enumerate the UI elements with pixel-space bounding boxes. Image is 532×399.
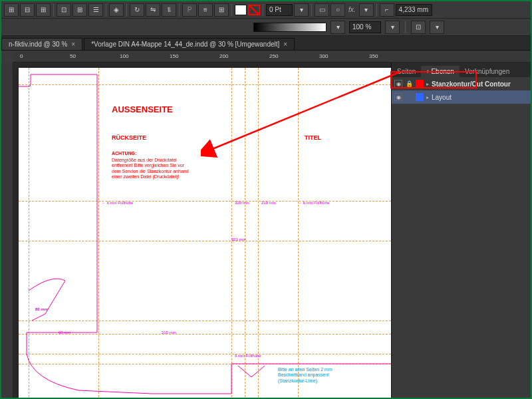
meas-9mm: 9 mm Füllhöhe [235, 354, 261, 358]
doc-tab-1-label: n-fiktiv.indd @ 30 % [9, 41, 67, 48]
ruler-tick: 150 [170, 53, 178, 59]
visibility-icon[interactable]: ◉ [394, 80, 402, 88]
ruler-tick: 0 [20, 53, 23, 59]
layer-color-swatch [416, 80, 424, 88]
tab-seiten[interactable]: Seiten [392, 66, 421, 77]
layer-color-swatch [416, 93, 424, 101]
fx-menu-icon[interactable]: ▾ [359, 3, 374, 17]
ruler-vertical[interactable] [1, 63, 13, 399]
meas-80: 80 mm [35, 307, 48, 311]
ruler-tick: 250 [269, 53, 278, 59]
tool-align-left-icon[interactable]: ⊞ [4, 3, 19, 17]
ruler-tick: 100 [120, 53, 128, 59]
coord-field[interactable]: 4,233 mm [396, 4, 432, 16]
document-tabs: n-fiktiv.indd @ 30 % × *Vorlage DIN A4-M… [1, 36, 531, 51]
chevron-icon: ♦ [426, 68, 429, 74]
tool-wrap-icon[interactable]: ⊞ [214, 3, 229, 17]
bottom-note: Bitte an allen Seiten 2 mm Beschnittrand… [278, 367, 351, 384]
doc-tab-2[interactable]: *Vorlage DIN A4-Mappe 14_44_de.indd @ 30… [84, 38, 295, 50]
workspace: AUSSENSEITE RÜCKSEITE TITEL ACHTUNG: Dat… [1, 63, 531, 399]
tool-paragraph-icon[interactable]: P [182, 3, 197, 17]
tab-ebenen-label: Ebenen [431, 68, 454, 75]
fill-swatch[interactable] [235, 5, 247, 15]
corner-icon[interactable]: ⌐ [380, 3, 394, 17]
close-icon[interactable]: × [283, 41, 287, 48]
secondary-toolbar: ▾ 100 % ▾ ⊡ ▾ [1, 19, 531, 36]
ruler-horizontal[interactable]: 0 50 100 150 200 250 300 350 [13, 51, 531, 63]
tab-verknuepfungen[interactable]: Verknüpfungen [460, 66, 515, 77]
label-fuell-left: ← 6 mm Füllhöhe [102, 201, 133, 205]
canvas[interactable]: AUSSENSEITE RÜCKSEITE TITEL ACHTUNG: Dat… [13, 63, 391, 399]
meas-320: 320 mm [235, 201, 249, 205]
object-menu-icon[interactable]: ▾ [430, 21, 444, 34]
tab-ebenen[interactable]: ♦Ebenen [421, 66, 460, 77]
tool-flip-h-icon[interactable]: ⇋ [146, 3, 160, 17]
opacity-field[interactable]: 100 % [349, 21, 381, 33]
opacity-menu-icon[interactable]: ▾ [385, 21, 400, 34]
meas-321: 321 mm [231, 237, 246, 241]
visibility-icon[interactable]: ◉ [394, 93, 402, 101]
disclosure-triangle-icon[interactable]: ▸ [426, 81, 429, 87]
lock-icon[interactable]: 🔒 [405, 80, 413, 88]
layer-name: Layout [432, 94, 452, 101]
meas-60: 60 mm [59, 331, 70, 334]
document-page[interactable]: AUSSENSEITE RÜCKSEITE TITEL ACHTUNG: Dat… [19, 68, 391, 399]
disclosure-triangle-icon[interactable]: ▸ [426, 94, 429, 100]
stroke-none-icon[interactable] [248, 5, 260, 15]
fx-label: fx. [346, 6, 358, 13]
layer-row-layout[interactable]: ◉ ▸ Layout [392, 90, 531, 104]
tool-rows-icon[interactable]: ☰ [88, 3, 103, 17]
object-apply-icon[interactable]: ⊡ [411, 21, 426, 34]
gradient-menu-icon[interactable]: ▾ [331, 21, 345, 34]
tool-align-center-icon[interactable]: ⊟ [20, 3, 35, 17]
lock-empty-icon[interactable] [405, 93, 413, 101]
label-fuell-right: → 6 mm Füllhöhe [298, 201, 329, 205]
heading-aussenseite: AUSSENSEITE [112, 104, 173, 114]
achtung-heading: ACHTUNG: [112, 151, 136, 156]
heading-titel: TITEL [305, 134, 321, 141]
tool-text-icon[interactable]: ≡ [198, 3, 213, 17]
close-icon[interactable]: × [71, 41, 75, 48]
doc-tab-2-label: *Vorlage DIN A4-Mappe 14_44_de.indd @ 30… [91, 41, 279, 48]
tool-align-right-icon[interactable]: ⊞ [36, 3, 51, 17]
ruler-tick: 50 [70, 53, 76, 59]
tool-distribute-icon[interactable]: ⊡ [57, 3, 71, 17]
layer-name: Stanzkontur/Cut Contour [432, 80, 511, 88]
main-toolbar: ⊞ ⊟ ⊞ ⊡ ⊞ ☰ ◈ ↻ ⇋ ⥮ P ≡ ⊞ 0 Pt ▾ ▭ ○ fx.… [1, 1, 531, 19]
achtung-text: Datengröße aus der Druckdatei entfernen!… [112, 158, 192, 180]
doc-tab-1[interactable]: n-fiktiv.indd @ 30 % × [1, 38, 82, 50]
stroke-weight-field[interactable]: 0 Pt [266, 4, 293, 16]
heading-rueckseite: RÜCKSEITE [112, 134, 146, 141]
effects-rect-icon[interactable]: ▭ [315, 3, 329, 17]
tool-point-icon[interactable]: ◈ [109, 3, 124, 17]
tool-rotate-icon[interactable]: ↻ [130, 3, 144, 17]
layer-row-stanzkontur[interactable]: ◉ 🔒 ▸ Stanzkontur/Cut Contour [392, 77, 531, 90]
ruler-tick: 350 [369, 53, 378, 59]
meas-210: 210 mm [261, 201, 276, 205]
panel-tabs: Seiten ♦Ebenen Verknüpfungen [392, 63, 531, 77]
gradient-preview[interactable] [253, 23, 327, 32]
ruler-tick: 200 [219, 53, 228, 59]
tool-grid-icon[interactable]: ⊞ [72, 3, 87, 17]
stroke-menu-icon[interactable]: ▾ [294, 3, 309, 17]
meas-215: 215 mm [162, 331, 176, 334]
ruler-tick: 300 [319, 53, 328, 59]
panel-group: Seiten ♦Ebenen Verknüpfungen ◉ 🔒 ▸ Stanz… [391, 63, 531, 399]
effects-circ-icon[interactable]: ○ [331, 3, 345, 17]
tool-flip-v-icon[interactable]: ⥮ [162, 3, 176, 17]
